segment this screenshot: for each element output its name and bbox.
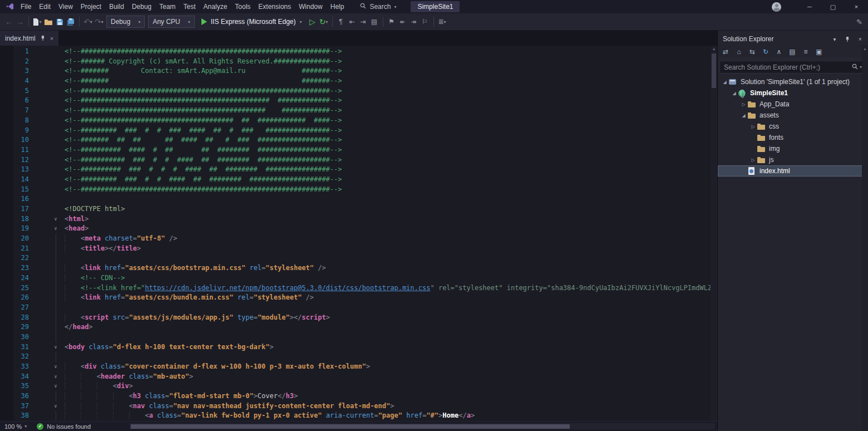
code-line-7[interactable]: 7<!--###################################… bbox=[0, 106, 711, 116]
fold-chevron-icon[interactable]: ∨ bbox=[51, 381, 60, 391]
clear-bookmarks-button[interactable]: ⚐ bbox=[420, 15, 431, 28]
code-line-22[interactable]: 22 bbox=[0, 253, 711, 263]
menu-debug[interactable]: Debug bbox=[128, 2, 155, 12]
home-icon[interactable]: ⌂ bbox=[733, 46, 744, 57]
navigate-forward-button[interactable]: → bbox=[14, 15, 26, 28]
tree-item-index-html[interactable]: index.html bbox=[718, 165, 868, 177]
tree-item-fonts[interactable]: fonts bbox=[718, 132, 868, 143]
code-line-37[interactable]: 37∨ <nav class="nav nav-masthead justify… bbox=[0, 401, 711, 412]
code-line-27[interactable]: 27 bbox=[0, 303, 711, 313]
tree-item-img[interactable]: img bbox=[718, 143, 868, 154]
editor-horizontal-scrollbar[interactable] bbox=[130, 423, 715, 429]
code-line-17[interactable]: 17<!DOCTYPE html> bbox=[0, 204, 711, 214]
code-line-11[interactable]: 11<!--########## #### # ## ## ######## #… bbox=[0, 145, 711, 155]
code-line-1[interactable]: 1<!--###################################… bbox=[0, 47, 711, 57]
menu-window[interactable]: Window bbox=[295, 2, 327, 12]
menu-test[interactable]: Test bbox=[180, 2, 200, 12]
solution-explorer-scrollbar[interactable]: ▴ bbox=[862, 45, 868, 431]
menu-file[interactable]: File bbox=[17, 2, 35, 12]
menu-view[interactable]: View bbox=[55, 2, 77, 12]
tree-item-assets[interactable]: ◢assets bbox=[718, 110, 868, 121]
menu-help[interactable]: Help bbox=[327, 2, 348, 12]
code-line-25[interactable]: 25 <!--<link href="https://cdn.jsdelivr.… bbox=[0, 283, 711, 293]
fold-chevron-icon[interactable]: ∨ bbox=[51, 372, 60, 382]
new-item-button[interactable]: ▾ bbox=[32, 15, 43, 28]
code-line-28[interactable]: 28 <script src="assets/js/modules/app.js… bbox=[0, 313, 711, 323]
code-line-30[interactable]: 30 bbox=[0, 332, 711, 342]
fold-chevron-icon[interactable]: ∨ bbox=[51, 224, 60, 234]
toggle-bookmark-button[interactable]: ⚑ bbox=[386, 15, 397, 28]
code-line-5[interactable]: 5<!--###################################… bbox=[0, 86, 711, 96]
code-line-16[interactable]: 16 bbox=[0, 194, 711, 204]
fold-chevron-icon[interactable]: ∨ bbox=[51, 362, 60, 372]
code-line-19[interactable]: 19∨<head> bbox=[0, 224, 711, 234]
tab-index-html[interactable]: index.html × bbox=[0, 31, 58, 46]
code-line-15[interactable]: 15<!--##################################… bbox=[0, 185, 711, 195]
pin-icon[interactable] bbox=[40, 35, 46, 41]
code-line-36[interactable]: 36 <h3 class="float-md-start mb-0">Cover… bbox=[0, 391, 711, 401]
code-line-21[interactable]: 21 <title></title> bbox=[0, 244, 711, 254]
code-line-34[interactable]: 34∨ <header class="mb-auto"> bbox=[0, 372, 711, 382]
start-debugging-button[interactable]: IIS Express (Microsoft Edge) ▾ bbox=[196, 15, 307, 28]
quick-search-box[interactable]: Search ▾ bbox=[357, 2, 400, 12]
fold-chevron-icon[interactable]: ∨ bbox=[51, 342, 60, 352]
start-without-debugging-button[interactable]: ▷ bbox=[307, 15, 318, 28]
debug-configuration-dropdown[interactable]: Debug▾ bbox=[106, 16, 145, 28]
code-line-23[interactable]: 23 <link href="assets/css/bootstrap.min.… bbox=[0, 263, 711, 273]
redo-button[interactable]: ↷▾ bbox=[93, 15, 105, 28]
code-line-20[interactable]: 20 <meta charset="utf-8" /> bbox=[0, 234, 711, 244]
menu-tools[interactable]: Tools bbox=[231, 2, 254, 12]
code-line-8[interactable]: 8<!--###################################… bbox=[0, 116, 711, 126]
maximize-button[interactable]: ▢ bbox=[821, 0, 845, 13]
expander-open-icon[interactable]: ◢ bbox=[731, 91, 738, 96]
pin-icon[interactable] bbox=[842, 34, 853, 44]
formatting-marks-button[interactable]: ¶ bbox=[336, 15, 347, 28]
code-line-38[interactable]: 38 <a class="nav-link fw-bold py-1 px-0 … bbox=[0, 411, 711, 421]
fold-chevron-icon[interactable]: ∨ bbox=[51, 214, 60, 224]
properties-icon[interactable]: ≡ bbox=[800, 46, 811, 57]
menu-extensions[interactable]: Extensions bbox=[254, 2, 295, 12]
code-line-26[interactable]: 26 <link href="assets/css/bundle.min.css… bbox=[0, 293, 711, 303]
preview-selected-items-icon[interactable]: ▣ bbox=[813, 46, 825, 57]
close-button[interactable]: × bbox=[845, 0, 868, 13]
expander-open-icon[interactable]: ◢ bbox=[740, 113, 747, 118]
code-line-9[interactable]: 9<!--######### ### # # ### #### ## # ###… bbox=[0, 126, 711, 136]
tree-item-css[interactable]: ▷css bbox=[718, 121, 868, 132]
navigate-backward-button[interactable]: ← bbox=[3, 15, 14, 28]
indent-increase-button[interactable]: ⇥ bbox=[358, 15, 369, 28]
tree-item-solution-simplesite1-1-of-1-project[interactable]: ◢Solution 'SimpleSite1' (1 of 1 project) bbox=[718, 76, 868, 87]
indent-decrease-button[interactable]: ⇤ bbox=[347, 15, 358, 28]
menu-edit[interactable]: Edit bbox=[35, 2, 55, 12]
expander-open-icon[interactable]: ◢ bbox=[721, 80, 728, 85]
fold-chevron-icon[interactable]: ∨ bbox=[51, 401, 60, 412]
show-line-list-button[interactable]: ▤ bbox=[369, 15, 380, 28]
code-line-3[interactable]: 3<!--####### Contact: smArt.App@mail.ru … bbox=[0, 66, 711, 76]
issues-indicator[interactable]: ✓ No issues found bbox=[31, 423, 96, 430]
scrollbar-thumb[interactable] bbox=[131, 424, 570, 429]
minimize-button[interactable]: ─ bbox=[798, 0, 821, 13]
scrollbar-thumb[interactable] bbox=[712, 53, 716, 88]
menu-build[interactable]: Build bbox=[105, 2, 128, 12]
browser-refresh-button[interactable]: ↻▾ bbox=[318, 15, 329, 28]
refresh-icon[interactable]: ↻ bbox=[760, 46, 771, 57]
panel-close-icon[interactable]: × bbox=[855, 34, 866, 44]
search-icon[interactable] bbox=[852, 63, 858, 71]
tree-item-js[interactable]: ▷js bbox=[718, 154, 868, 165]
sync-with-active-document-icon[interactable]: ⇄ bbox=[720, 46, 731, 57]
show-all-files-icon[interactable]: ▤ bbox=[787, 46, 798, 57]
code-line-10[interactable]: 10<!--####### ## ## ## #### ## # ### ###… bbox=[0, 135, 711, 145]
editor-vertical-scrollbar[interactable]: ▴ bbox=[711, 46, 717, 421]
code-line-24[interactable]: 24 <!-- CDN--> bbox=[0, 273, 711, 283]
tree-item-app-data[interactable]: ▷App_Data bbox=[718, 99, 868, 110]
menu-analyze[interactable]: Analyze bbox=[200, 2, 231, 12]
solution-explorer-search-input[interactable]: Search Solution Explorer (Ctrl+;) ▾ bbox=[719, 61, 866, 74]
code-line-13[interactable]: 13<!--########## ### # # # #### ## #####… bbox=[0, 165, 711, 175]
expander-closed-icon[interactable]: ▷ bbox=[740, 102, 747, 107]
collapse-all-icon[interactable]: ∧ bbox=[773, 46, 785, 57]
expander-closed-icon[interactable]: ▷ bbox=[749, 158, 757, 163]
user-avatar[interactable] bbox=[772, 2, 781, 12]
code-line-29[interactable]: 29</head> bbox=[0, 322, 711, 332]
code-line-32[interactable]: 32 bbox=[0, 352, 711, 362]
next-bookmark-button[interactable]: ↠ bbox=[408, 15, 420, 28]
scroll-up-arrow-icon[interactable]: ▴ bbox=[862, 46, 868, 51]
